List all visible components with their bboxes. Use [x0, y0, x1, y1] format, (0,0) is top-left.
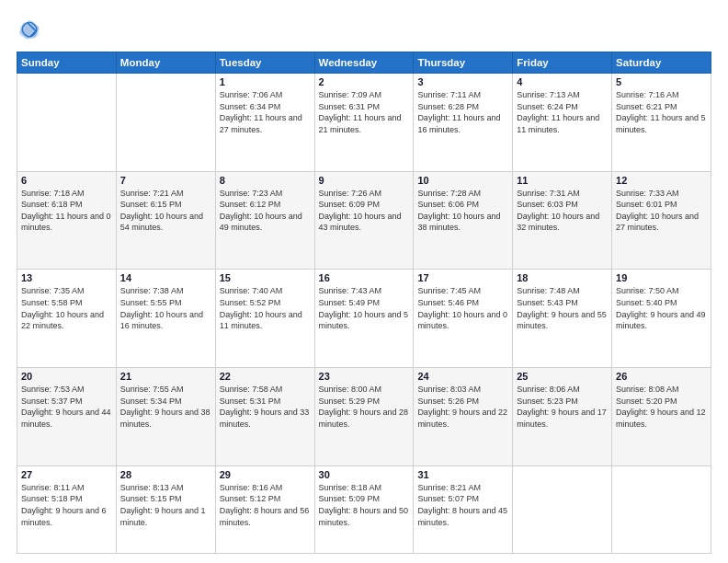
day-info: Sunrise: 8:16 AM Sunset: 5:12 PM Dayligh… — [220, 482, 311, 528]
day-number: 8 — [220, 175, 311, 186]
calendar-cell: 29Sunrise: 8:16 AM Sunset: 5:12 PM Dayli… — [215, 465, 314, 553]
calendar-cell: 24Sunrise: 8:03 AM Sunset: 5:26 PM Dayli… — [414, 368, 513, 466]
day-info: Sunrise: 7:06 AM Sunset: 6:34 PM Dayligh… — [220, 89, 311, 135]
calendar-cell: 17Sunrise: 7:45 AM Sunset: 5:46 PM Dayli… — [414, 270, 513, 368]
calendar-cell: 9Sunrise: 7:26 AM Sunset: 6:09 PM Daylig… — [314, 171, 414, 270]
day-number: 28 — [120, 469, 211, 480]
day-number: 7 — [120, 175, 211, 186]
day-info: Sunrise: 8:13 AM Sunset: 5:15 PM Dayligh… — [120, 482, 211, 528]
calendar-cell: 21Sunrise: 7:55 AM Sunset: 5:34 PM Dayli… — [116, 368, 215, 466]
calendar-cell: 11Sunrise: 7:31 AM Sunset: 6:03 PM Dayli… — [513, 171, 612, 270]
day-info: Sunrise: 7:38 AM Sunset: 5:55 PM Dayligh… — [120, 285, 211, 331]
calendar-cell: 4Sunrise: 7:13 AM Sunset: 6:24 PM Daylig… — [513, 74, 612, 172]
day-info: Sunrise: 7:18 AM Sunset: 6:18 PM Dayligh… — [21, 188, 112, 234]
day-info: Sunrise: 7:09 AM Sunset: 6:31 PM Dayligh… — [319, 89, 410, 135]
calendar-cell: 23Sunrise: 8:00 AM Sunset: 5:29 PM Dayli… — [314, 368, 414, 466]
day-info: Sunrise: 8:18 AM Sunset: 5:09 PM Dayligh… — [319, 482, 410, 528]
weekday-friday: Friday — [513, 52, 612, 74]
day-number: 29 — [220, 469, 311, 480]
calendar-cell: 6Sunrise: 7:18 AM Sunset: 6:18 PM Daylig… — [17, 171, 117, 270]
day-info: Sunrise: 8:00 AM Sunset: 5:29 PM Dayligh… — [319, 384, 410, 430]
calendar-cell: 5Sunrise: 7:16 AM Sunset: 6:21 PM Daylig… — [612, 74, 711, 172]
day-number: 24 — [417, 371, 508, 382]
day-number: 27 — [21, 469, 112, 480]
day-info: Sunrise: 8:11 AM Sunset: 5:18 PM Dayligh… — [21, 482, 112, 528]
day-number: 9 — [319, 175, 410, 186]
calendar-cell: 28Sunrise: 8:13 AM Sunset: 5:15 PM Dayli… — [116, 465, 215, 553]
day-number: 30 — [319, 469, 410, 480]
day-info: Sunrise: 7:23 AM Sunset: 6:12 PM Dayligh… — [220, 188, 311, 234]
calendar-cell: 25Sunrise: 8:06 AM Sunset: 5:23 PM Dayli… — [513, 368, 612, 466]
calendar-cell — [116, 74, 215, 172]
calendar-cell: 19Sunrise: 7:50 AM Sunset: 5:40 PM Dayli… — [612, 270, 711, 368]
weekday-wednesday: Wednesday — [314, 52, 414, 74]
day-info: Sunrise: 7:58 AM Sunset: 5:31 PM Dayligh… — [220, 384, 311, 430]
calendar-cell: 7Sunrise: 7:21 AM Sunset: 6:15 PM Daylig… — [116, 171, 215, 270]
day-info: Sunrise: 7:50 AM Sunset: 5:40 PM Dayligh… — [616, 285, 707, 331]
day-info: Sunrise: 7:31 AM Sunset: 6:03 PM Dayligh… — [517, 188, 608, 234]
week-row-1: 6Sunrise: 7:18 AM Sunset: 6:18 PM Daylig… — [17, 171, 711, 270]
day-number: 13 — [21, 272, 112, 283]
calendar-cell — [17, 74, 117, 172]
day-number: 18 — [517, 272, 608, 283]
day-info: Sunrise: 8:21 AM Sunset: 5:07 PM Dayligh… — [417, 482, 508, 528]
day-number: 31 — [417, 469, 508, 480]
calendar-cell: 26Sunrise: 8:08 AM Sunset: 5:20 PM Dayli… — [612, 368, 711, 466]
day-info: Sunrise: 7:28 AM Sunset: 6:06 PM Dayligh… — [417, 188, 508, 234]
day-number: 26 — [616, 371, 707, 382]
calendar-cell: 22Sunrise: 7:58 AM Sunset: 5:31 PM Dayli… — [215, 368, 314, 466]
day-info: Sunrise: 8:08 AM Sunset: 5:20 PM Dayligh… — [616, 384, 707, 430]
calendar-cell: 27Sunrise: 8:11 AM Sunset: 5:18 PM Dayli… — [17, 465, 117, 553]
calendar-cell: 30Sunrise: 8:18 AM Sunset: 5:09 PM Dayli… — [314, 465, 414, 553]
day-info: Sunrise: 7:35 AM Sunset: 5:58 PM Dayligh… — [21, 285, 112, 331]
calendar-cell: 20Sunrise: 7:53 AM Sunset: 5:37 PM Dayli… — [17, 368, 117, 466]
day-number: 22 — [220, 371, 311, 382]
day-number: 12 — [616, 175, 707, 186]
day-number: 15 — [220, 272, 311, 283]
day-number: 16 — [319, 272, 410, 283]
calendar-cell: 14Sunrise: 7:38 AM Sunset: 5:55 PM Dayli… — [116, 270, 215, 368]
day-number: 4 — [517, 76, 608, 87]
day-info: Sunrise: 7:55 AM Sunset: 5:34 PM Dayligh… — [120, 384, 211, 430]
calendar-cell: 18Sunrise: 7:48 AM Sunset: 5:43 PM Dayli… — [513, 270, 612, 368]
calendar-cell: 1Sunrise: 7:06 AM Sunset: 6:34 PM Daylig… — [215, 74, 314, 172]
day-info: Sunrise: 7:13 AM Sunset: 6:24 PM Dayligh… — [517, 89, 608, 135]
day-info: Sunrise: 7:40 AM Sunset: 5:52 PM Dayligh… — [220, 285, 311, 331]
logo — [17, 17, 46, 42]
day-number: 20 — [21, 371, 112, 382]
day-number: 21 — [120, 371, 211, 382]
day-info: Sunrise: 7:21 AM Sunset: 6:15 PM Dayligh… — [120, 188, 211, 234]
calendar-cell: 31Sunrise: 8:21 AM Sunset: 5:07 PM Dayli… — [414, 465, 513, 553]
calendar-cell — [513, 465, 612, 553]
day-info: Sunrise: 7:16 AM Sunset: 6:21 PM Dayligh… — [616, 89, 707, 135]
day-info: Sunrise: 7:26 AM Sunset: 6:09 PM Dayligh… — [319, 188, 410, 234]
day-number: 25 — [517, 371, 608, 382]
day-number: 1 — [220, 76, 311, 87]
week-row-0: 1Sunrise: 7:06 AM Sunset: 6:34 PM Daylig… — [17, 74, 711, 172]
day-number: 6 — [21, 175, 112, 186]
calendar-cell: 16Sunrise: 7:43 AM Sunset: 5:49 PM Dayli… — [314, 270, 414, 368]
calendar-cell: 10Sunrise: 7:28 AM Sunset: 6:06 PM Dayli… — [414, 171, 513, 270]
calendar-cell: 13Sunrise: 7:35 AM Sunset: 5:58 PM Dayli… — [17, 270, 117, 368]
calendar-cell: 3Sunrise: 7:11 AM Sunset: 6:28 PM Daylig… — [414, 74, 513, 172]
calendar-cell: 12Sunrise: 7:33 AM Sunset: 6:01 PM Dayli… — [612, 171, 711, 270]
calendar-cell: 2Sunrise: 7:09 AM Sunset: 6:31 PM Daylig… — [314, 74, 414, 172]
day-number: 23 — [319, 371, 410, 382]
day-number: 17 — [417, 272, 508, 283]
logo-icon — [17, 17, 42, 42]
week-row-3: 20Sunrise: 7:53 AM Sunset: 5:37 PM Dayli… — [17, 368, 711, 466]
calendar-cell — [612, 465, 711, 553]
weekday-saturday: Saturday — [612, 52, 711, 74]
weekday-monday: Monday — [116, 52, 215, 74]
day-number: 5 — [616, 76, 707, 87]
day-number: 10 — [417, 175, 508, 186]
day-info: Sunrise: 7:11 AM Sunset: 6:28 PM Dayligh… — [417, 89, 508, 135]
day-info: Sunrise: 7:53 AM Sunset: 5:37 PM Dayligh… — [21, 384, 112, 430]
page: SundayMondayTuesdayWednesdayThursdayFrid… — [0, 0, 728, 563]
day-number: 2 — [319, 76, 410, 87]
weekday-sunday: Sunday — [17, 52, 117, 74]
day-info: Sunrise: 7:43 AM Sunset: 5:49 PM Dayligh… — [319, 285, 410, 331]
weekday-tuesday: Tuesday — [215, 52, 314, 74]
week-row-4: 27Sunrise: 8:11 AM Sunset: 5:18 PM Dayli… — [17, 465, 711, 553]
week-row-2: 13Sunrise: 7:35 AM Sunset: 5:58 PM Dayli… — [17, 270, 711, 368]
